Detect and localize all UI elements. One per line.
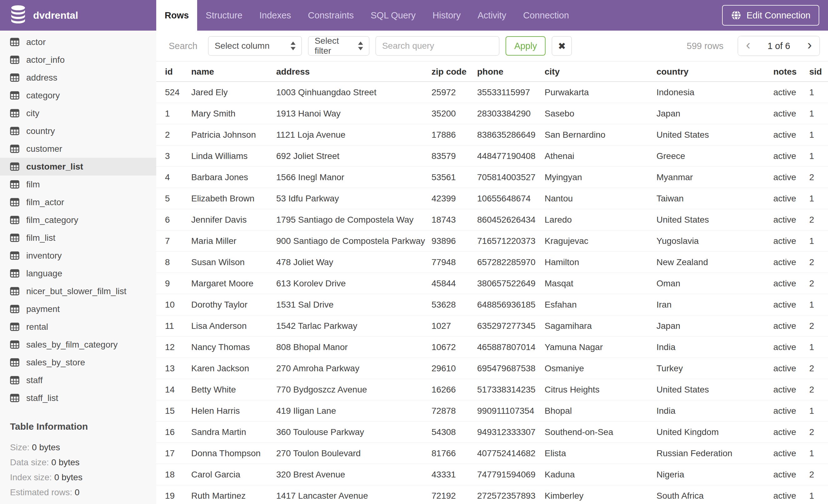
cell-address[interactable]: 613 Korolev Drive	[276, 273, 431, 294]
cell-city[interactable]: Yamuna Nagar	[545, 337, 657, 358]
cell-name[interactable]: Sandra Martin	[191, 421, 276, 443]
cell-country[interactable]: Indonesia	[657, 82, 773, 103]
sidebar-item-film-list[interactable]: film_list	[0, 229, 156, 247]
column-header-country[interactable]: country	[657, 61, 773, 82]
cell-id[interactable]: 524	[156, 82, 191, 103]
cell-id[interactable]: 15	[156, 400, 191, 421]
apply-button[interactable]: Apply	[505, 36, 546, 56]
sidebar-item-customer-list[interactable]: customer_list	[0, 158, 156, 176]
cell-phone[interactable]: 705814003527	[477, 167, 545, 188]
cell-id[interactable]: 16	[156, 421, 191, 443]
tab-rows[interactable]: Rows	[156, 0, 197, 31]
sidebar-item-actor-info[interactable]: actor_info	[0, 51, 156, 69]
cell-notes[interactable]: active	[773, 252, 809, 273]
cell-address[interactable]: 419 Iligan Lane	[276, 400, 431, 421]
cell-name[interactable]: Helen Harris	[191, 400, 276, 421]
search-query-input[interactable]	[376, 36, 499, 56]
cell-city[interactable]: Purwakarta	[545, 82, 657, 103]
cell-zip-code[interactable]: 16266	[431, 379, 477, 400]
cell-sid[interactable]: 1	[809, 124, 828, 145]
sidebar-item-film-actor[interactable]: film_actor	[0, 193, 156, 211]
cell-name[interactable]: Nancy Thomas	[191, 337, 276, 358]
cell-sid[interactable]: 1	[809, 82, 828, 103]
cell-country[interactable]: Yugoslavia	[657, 230, 773, 252]
cell-city[interactable]: Kragujevac	[545, 230, 657, 252]
cell-notes[interactable]: active	[773, 421, 809, 443]
cell-notes[interactable]: active	[773, 485, 809, 504]
cell-notes[interactable]: active	[773, 167, 809, 188]
cell-sid[interactable]: 1	[809, 485, 828, 504]
cell-sid[interactable]: 1	[809, 230, 828, 252]
cell-country[interactable]: India	[657, 400, 773, 421]
cell-phone[interactable]: 838635286649	[477, 124, 545, 145]
cell-zip-code[interactable]: 25972	[431, 82, 477, 103]
cell-country[interactable]: Oman	[657, 273, 773, 294]
sidebar-item-inventory[interactable]: inventory	[0, 247, 156, 265]
cell-city[interactable]: Athenai	[545, 145, 657, 167]
cell-id[interactable]: 4	[156, 167, 191, 188]
cell-zip-code[interactable]: 93896	[431, 230, 477, 252]
cell-sid[interactable]: 2	[809, 209, 828, 230]
cell-phone[interactable]: 695479687538	[477, 358, 545, 379]
cell-phone[interactable]: 949312333307	[477, 421, 545, 443]
cell-id[interactable]: 19	[156, 485, 191, 504]
cell-city[interactable]: Sasebo	[545, 103, 657, 124]
cell-phone[interactable]: 380657522649	[477, 273, 545, 294]
cell-address[interactable]: 478 Joliet Way	[276, 252, 431, 273]
cell-zip-code[interactable]: 72192	[431, 485, 477, 504]
cell-country[interactable]: Myanmar	[657, 167, 773, 188]
cell-name[interactable]: Ruth Martinez	[191, 485, 276, 504]
cell-notes[interactable]: active	[773, 230, 809, 252]
cell-phone[interactable]: 465887807014	[477, 337, 545, 358]
cell-id[interactable]: 9	[156, 273, 191, 294]
cell-address[interactable]: 1003 Qinhuangdao Street	[276, 82, 431, 103]
sidebar-item-film[interactable]: film	[0, 176, 156, 193]
tab-structure[interactable]: Structure	[197, 0, 251, 31]
cell-country[interactable]: Nigeria	[657, 464, 773, 485]
cell-phone[interactable]: 10655648674	[477, 188, 545, 209]
column-header-city[interactable]: city	[545, 61, 657, 82]
cell-address[interactable]: 1566 Inegl Manor	[276, 167, 431, 188]
cell-name[interactable]: Karen Jackson	[191, 358, 276, 379]
cell-city[interactable]: Bhopal	[545, 400, 657, 421]
cell-notes[interactable]: active	[773, 145, 809, 167]
cell-zip-code[interactable]: 18743	[431, 209, 477, 230]
column-select[interactable]: Select column	[208, 36, 302, 56]
cell-notes[interactable]: active	[773, 294, 809, 315]
cell-city[interactable]: Esfahan	[545, 294, 657, 315]
cell-id[interactable]: 3	[156, 145, 191, 167]
cell-notes[interactable]: active	[773, 464, 809, 485]
cell-city[interactable]: Hamilton	[545, 252, 657, 273]
cell-sid[interactable]: 2	[809, 421, 828, 443]
cell-notes[interactable]: active	[773, 82, 809, 103]
cell-country[interactable]: Russian Federation	[657, 443, 773, 464]
cell-notes[interactable]: active	[773, 273, 809, 294]
cell-city[interactable]: Citrus Heights	[545, 379, 657, 400]
cell-zip-code[interactable]: 29610	[431, 358, 477, 379]
cell-zip-code[interactable]: 81766	[431, 443, 477, 464]
tab-history[interactable]: History	[424, 0, 469, 31]
cell-id[interactable]: 13	[156, 358, 191, 379]
cell-sid[interactable]: 1	[809, 337, 828, 358]
column-header-phone[interactable]: phone	[477, 61, 545, 82]
cell-country[interactable]: United States	[657, 379, 773, 400]
cell-name[interactable]: Mary Smith	[191, 103, 276, 124]
cell-address[interactable]: 1913 Hanoi Way	[276, 103, 431, 124]
cell-country[interactable]: India	[657, 337, 773, 358]
cell-name[interactable]: Donna Thompson	[191, 443, 276, 464]
cell-country[interactable]: Iran	[657, 294, 773, 315]
cell-country[interactable]: United States	[657, 209, 773, 230]
cell-sid[interactable]: 1	[809, 145, 828, 167]
cell-phone[interactable]: 747791594069	[477, 464, 545, 485]
cell-name[interactable]: Dorothy Taylor	[191, 294, 276, 315]
cell-name[interactable]: Patricia Johnson	[191, 124, 276, 145]
cell-name[interactable]: Susan Wilson	[191, 252, 276, 273]
cell-sid[interactable]: 1	[809, 400, 828, 421]
cell-id[interactable]: 6	[156, 209, 191, 230]
cell-address[interactable]: 1795 Santiago de Compostela Way	[276, 209, 431, 230]
cell-id[interactable]: 12	[156, 337, 191, 358]
cell-zip-code[interactable]: 45844	[431, 273, 477, 294]
column-header-name[interactable]: name	[191, 61, 276, 82]
cell-name[interactable]: Betty White	[191, 379, 276, 400]
cell-zip-code[interactable]: 35200	[431, 103, 477, 124]
